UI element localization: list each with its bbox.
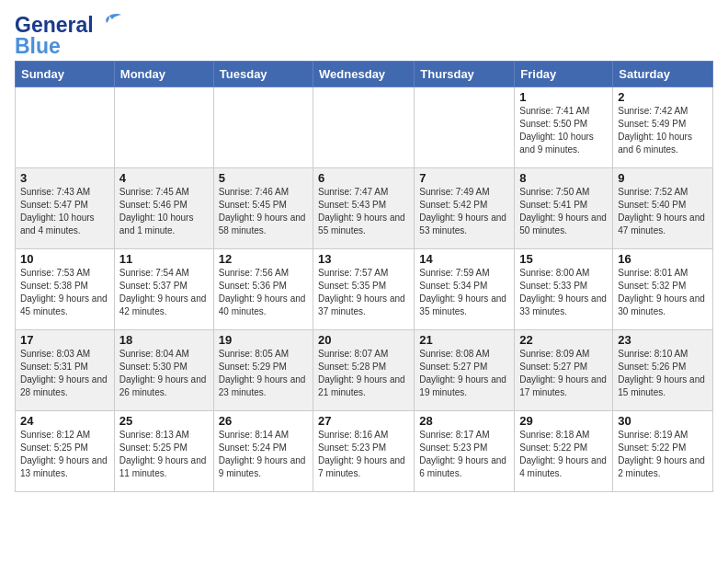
day-info: Sunrise: 7:47 AM Sunset: 5:43 PM Dayligh… bbox=[318, 186, 409, 237]
calendar-cell bbox=[313, 87, 415, 168]
day-number: 29 bbox=[519, 414, 608, 428]
day-number: 30 bbox=[618, 414, 708, 428]
day-number: 12 bbox=[219, 252, 308, 266]
calendar-cell bbox=[114, 87, 213, 168]
calendar-cell: 10Sunrise: 7:53 AM Sunset: 5:38 PM Dayli… bbox=[16, 249, 115, 330]
day-info: Sunrise: 7:43 AM Sunset: 5:47 PM Dayligh… bbox=[20, 186, 109, 237]
day-number: 19 bbox=[219, 333, 308, 347]
calendar-cell: 17Sunrise: 8:03 AM Sunset: 5:31 PM Dayli… bbox=[16, 330, 115, 411]
day-info: Sunrise: 7:56 AM Sunset: 5:36 PM Dayligh… bbox=[219, 267, 308, 318]
calendar-cell: 5Sunrise: 7:46 AM Sunset: 5:45 PM Daylig… bbox=[213, 168, 313, 249]
day-number: 9 bbox=[618, 171, 708, 185]
day-info: Sunrise: 7:46 AM Sunset: 5:45 PM Dayligh… bbox=[219, 186, 308, 237]
day-info: Sunrise: 8:01 AM Sunset: 5:32 PM Dayligh… bbox=[618, 267, 708, 318]
calendar-cell: 30Sunrise: 8:19 AM Sunset: 5:22 PM Dayli… bbox=[613, 411, 713, 492]
header-wednesday: Wednesday bbox=[313, 62, 415, 87]
day-number: 3 bbox=[20, 171, 109, 185]
calendar-header-row: Sunday Monday Tuesday Wednesday Thursday… bbox=[16, 62, 713, 87]
calendar-cell: 4Sunrise: 7:45 AM Sunset: 5:46 PM Daylig… bbox=[114, 168, 213, 249]
calendar-cell: 15Sunrise: 8:00 AM Sunset: 5:33 PM Dayli… bbox=[515, 249, 613, 330]
day-info: Sunrise: 8:04 AM Sunset: 5:30 PM Dayligh… bbox=[119, 348, 209, 399]
logo-bird-icon bbox=[96, 12, 123, 34]
calendar-week-row: 17Sunrise: 8:03 AM Sunset: 5:31 PM Dayli… bbox=[16, 330, 713, 411]
logo-general: General bbox=[15, 15, 94, 36]
logo-blue: Blue bbox=[15, 36, 123, 57]
day-info: Sunrise: 7:59 AM Sunset: 5:34 PM Dayligh… bbox=[419, 267, 509, 318]
calendar-cell: 29Sunrise: 8:18 AM Sunset: 5:22 PM Dayli… bbox=[515, 411, 613, 492]
header-thursday: Thursday bbox=[415, 62, 515, 87]
calendar-table: Sunday Monday Tuesday Wednesday Thursday… bbox=[15, 61, 713, 492]
day-info: Sunrise: 8:03 AM Sunset: 5:31 PM Dayligh… bbox=[20, 348, 109, 399]
day-number: 25 bbox=[119, 414, 209, 428]
day-number: 23 bbox=[618, 333, 708, 347]
day-info: Sunrise: 8:18 AM Sunset: 5:22 PM Dayligh… bbox=[519, 429, 608, 480]
calendar-cell: 26Sunrise: 8:14 AM Sunset: 5:24 PM Dayli… bbox=[213, 411, 313, 492]
day-number: 20 bbox=[318, 333, 409, 347]
calendar-cell: 12Sunrise: 7:56 AM Sunset: 5:36 PM Dayli… bbox=[213, 249, 313, 330]
day-info: Sunrise: 8:09 AM Sunset: 5:27 PM Dayligh… bbox=[519, 348, 608, 399]
day-info: Sunrise: 7:52 AM Sunset: 5:40 PM Dayligh… bbox=[618, 186, 708, 237]
day-number: 15 bbox=[519, 252, 608, 266]
header-sunday: Sunday bbox=[16, 62, 115, 87]
day-info: Sunrise: 8:05 AM Sunset: 5:29 PM Dayligh… bbox=[219, 348, 308, 399]
header-friday: Friday bbox=[515, 62, 613, 87]
calendar-cell: 19Sunrise: 8:05 AM Sunset: 5:29 PM Dayli… bbox=[213, 330, 313, 411]
day-number: 18 bbox=[119, 333, 209, 347]
day-info: Sunrise: 8:19 AM Sunset: 5:22 PM Dayligh… bbox=[618, 429, 708, 480]
calendar-week-row: 3Sunrise: 7:43 AM Sunset: 5:47 PM Daylig… bbox=[16, 168, 713, 249]
day-number: 6 bbox=[318, 171, 409, 185]
calendar-cell bbox=[16, 87, 115, 168]
calendar-cell: 20Sunrise: 8:07 AM Sunset: 5:28 PM Dayli… bbox=[313, 330, 415, 411]
calendar-cell: 14Sunrise: 7:59 AM Sunset: 5:34 PM Dayli… bbox=[415, 249, 515, 330]
header-saturday: Saturday bbox=[613, 62, 713, 87]
day-number: 8 bbox=[519, 171, 608, 185]
calendar-cell: 25Sunrise: 8:13 AM Sunset: 5:25 PM Dayli… bbox=[114, 411, 213, 492]
day-number: 24 bbox=[20, 414, 109, 428]
day-info: Sunrise: 8:00 AM Sunset: 5:33 PM Dayligh… bbox=[519, 267, 608, 318]
day-info: Sunrise: 8:14 AM Sunset: 5:24 PM Dayligh… bbox=[219, 429, 308, 480]
calendar-cell: 21Sunrise: 8:08 AM Sunset: 5:27 PM Dayli… bbox=[415, 330, 515, 411]
day-info: Sunrise: 7:45 AM Sunset: 5:46 PM Dayligh… bbox=[119, 186, 209, 237]
day-number: 10 bbox=[20, 252, 109, 266]
calendar-cell: 16Sunrise: 8:01 AM Sunset: 5:32 PM Dayli… bbox=[613, 249, 713, 330]
calendar-cell: 13Sunrise: 7:57 AM Sunset: 5:35 PM Dayli… bbox=[313, 249, 415, 330]
logo: General Blue bbox=[15, 15, 123, 57]
day-info: Sunrise: 7:53 AM Sunset: 5:38 PM Dayligh… bbox=[20, 267, 109, 318]
day-info: Sunrise: 8:10 AM Sunset: 5:26 PM Dayligh… bbox=[618, 348, 708, 399]
day-number: 27 bbox=[318, 414, 409, 428]
day-info: Sunrise: 8:07 AM Sunset: 5:28 PM Dayligh… bbox=[318, 348, 409, 399]
calendar-cell bbox=[415, 87, 515, 168]
day-number: 28 bbox=[419, 414, 509, 428]
day-info: Sunrise: 8:08 AM Sunset: 5:27 PM Dayligh… bbox=[419, 348, 509, 399]
day-info: Sunrise: 7:49 AM Sunset: 5:42 PM Dayligh… bbox=[419, 186, 509, 237]
day-info: Sunrise: 8:12 AM Sunset: 5:25 PM Dayligh… bbox=[20, 429, 109, 480]
day-number: 21 bbox=[419, 333, 509, 347]
day-number: 2 bbox=[618, 90, 708, 104]
day-info: Sunrise: 7:41 AM Sunset: 5:50 PM Dayligh… bbox=[519, 105, 608, 156]
day-info: Sunrise: 8:16 AM Sunset: 5:23 PM Dayligh… bbox=[318, 429, 409, 480]
calendar-cell: 11Sunrise: 7:54 AM Sunset: 5:37 PM Dayli… bbox=[114, 249, 213, 330]
calendar-cell: 3Sunrise: 7:43 AM Sunset: 5:47 PM Daylig… bbox=[16, 168, 115, 249]
calendar-cell: 2Sunrise: 7:42 AM Sunset: 5:49 PM Daylig… bbox=[613, 87, 713, 168]
day-number: 26 bbox=[219, 414, 308, 428]
day-number: 22 bbox=[519, 333, 608, 347]
day-info: Sunrise: 7:50 AM Sunset: 5:41 PM Dayligh… bbox=[519, 186, 608, 237]
calendar-cell: 6Sunrise: 7:47 AM Sunset: 5:43 PM Daylig… bbox=[313, 168, 415, 249]
day-number: 13 bbox=[318, 252, 409, 266]
calendar-cell: 22Sunrise: 8:09 AM Sunset: 5:27 PM Dayli… bbox=[515, 330, 613, 411]
day-number: 5 bbox=[219, 171, 308, 185]
calendar-cell: 8Sunrise: 7:50 AM Sunset: 5:41 PM Daylig… bbox=[515, 168, 613, 249]
calendar-cell: 27Sunrise: 8:16 AM Sunset: 5:23 PM Dayli… bbox=[313, 411, 415, 492]
day-number: 4 bbox=[119, 171, 209, 185]
day-info: Sunrise: 7:42 AM Sunset: 5:49 PM Dayligh… bbox=[618, 105, 708, 156]
day-info: Sunrise: 7:54 AM Sunset: 5:37 PM Dayligh… bbox=[119, 267, 209, 318]
day-number: 17 bbox=[20, 333, 109, 347]
calendar-cell: 28Sunrise: 8:17 AM Sunset: 5:23 PM Dayli… bbox=[415, 411, 515, 492]
day-number: 7 bbox=[419, 171, 509, 185]
header-monday: Monday bbox=[114, 62, 213, 87]
day-number: 16 bbox=[618, 252, 708, 266]
calendar-week-row: 24Sunrise: 8:12 AM Sunset: 5:25 PM Dayli… bbox=[16, 411, 713, 492]
day-number: 1 bbox=[519, 90, 608, 104]
calendar-cell: 1Sunrise: 7:41 AM Sunset: 5:50 PM Daylig… bbox=[515, 87, 613, 168]
calendar-cell: 9Sunrise: 7:52 AM Sunset: 5:40 PM Daylig… bbox=[613, 168, 713, 249]
